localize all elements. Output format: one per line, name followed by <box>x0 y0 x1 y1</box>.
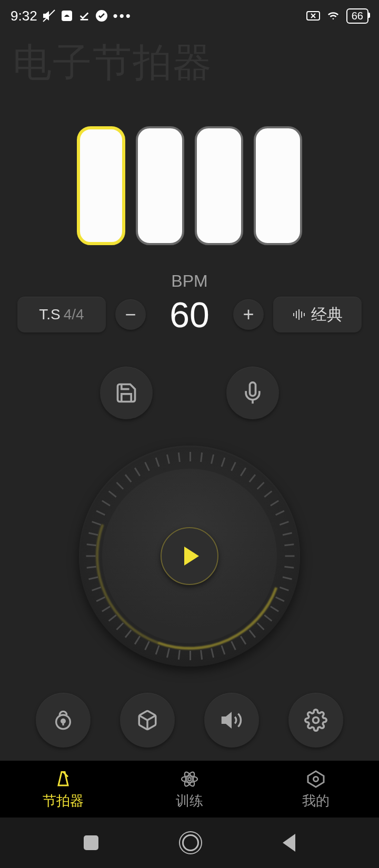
wifi-icon <box>326 10 340 22</box>
cube-button[interactable] <box>120 693 175 748</box>
action-row <box>0 367 379 419</box>
time-signature-button[interactable]: T.S 4/4 <box>17 297 106 332</box>
cube-icon <box>136 709 158 731</box>
checkmark-circle-icon <box>95 9 108 22</box>
play-icon <box>184 547 199 566</box>
ts-label: T.S <box>39 306 60 323</box>
tab-mine-label: 我的 <box>302 792 330 810</box>
mic-icon <box>241 381 264 405</box>
save-button[interactable] <box>100 367 153 419</box>
nav-home[interactable] <box>182 834 199 851</box>
volume-button[interactable] <box>204 693 259 748</box>
beat-1[interactable] <box>77 126 125 245</box>
bpm-decrease-button[interactable]: − <box>115 299 146 330</box>
bpm-increase-button[interactable]: + <box>233 299 264 330</box>
mine-icon <box>306 769 325 790</box>
beat-2[interactable] <box>136 126 184 245</box>
status-bar: 9:32 ••• 66 <box>0 0 379 32</box>
app-title: 电子节拍器 <box>0 32 379 105</box>
play-button[interactable] <box>161 527 218 585</box>
training-icon <box>180 769 199 790</box>
sound-preset-button[interactable]: 经典 <box>273 297 362 332</box>
mute-icon <box>43 9 55 22</box>
beat-3[interactable] <box>195 126 243 245</box>
tab-training[interactable]: 训练 <box>126 761 253 817</box>
volume-icon <box>221 709 243 731</box>
svg-marker-24 <box>308 771 324 787</box>
lock-button[interactable] <box>36 693 91 748</box>
bpm-label: BPM <box>0 271 379 291</box>
minus-icon: − <box>125 304 136 326</box>
tab-training-label: 训练 <box>176 792 203 810</box>
system-nav-bar <box>0 817 379 868</box>
gear-icon <box>304 709 327 732</box>
status-time: 9:32 <box>11 8 37 24</box>
dial-container <box>0 446 379 667</box>
sound-label: 经典 <box>311 304 343 326</box>
sound-wave-icon <box>292 309 306 320</box>
svg-point-20 <box>188 778 191 781</box>
ts-value: 4/4 <box>64 306 84 323</box>
save-icon <box>115 381 138 405</box>
more-icon: ••• <box>113 8 132 24</box>
lock-icon <box>53 710 74 731</box>
tab-metronome[interactable]: 节拍器 <box>0 761 126 817</box>
svg-point-14 <box>62 719 65 723</box>
svg-marker-17 <box>223 714 231 727</box>
svg-point-21 <box>182 776 197 782</box>
tab-metronome-label: 节拍器 <box>43 792 84 810</box>
mic-button[interactable] <box>226 367 279 419</box>
bpm-controls: T.S 4/4 − 60 + 经典 <box>0 294 379 335</box>
svg-point-18 <box>313 718 319 723</box>
beat-indicators <box>0 105 379 271</box>
check-icon <box>78 10 90 22</box>
tab-bar: 节拍器 训练 我的 <box>0 761 379 817</box>
nav-back[interactable] <box>283 834 295 852</box>
bottom-controls <box>0 693 379 748</box>
close-box-icon <box>306 10 320 22</box>
battery-indicator: 66 <box>346 8 368 24</box>
settings-button[interactable] <box>288 693 343 748</box>
bpm-value[interactable]: 60 <box>155 294 224 335</box>
plus-icon: + <box>243 304 254 326</box>
nav-recent[interactable] <box>84 835 98 850</box>
metronome-icon <box>54 769 73 790</box>
svg-point-25 <box>314 776 318 781</box>
tempo-dial[interactable] <box>79 446 300 667</box>
beat-4[interactable] <box>254 126 302 245</box>
tab-mine[interactable]: 我的 <box>253 761 379 817</box>
app-indicator-icon <box>61 9 73 22</box>
